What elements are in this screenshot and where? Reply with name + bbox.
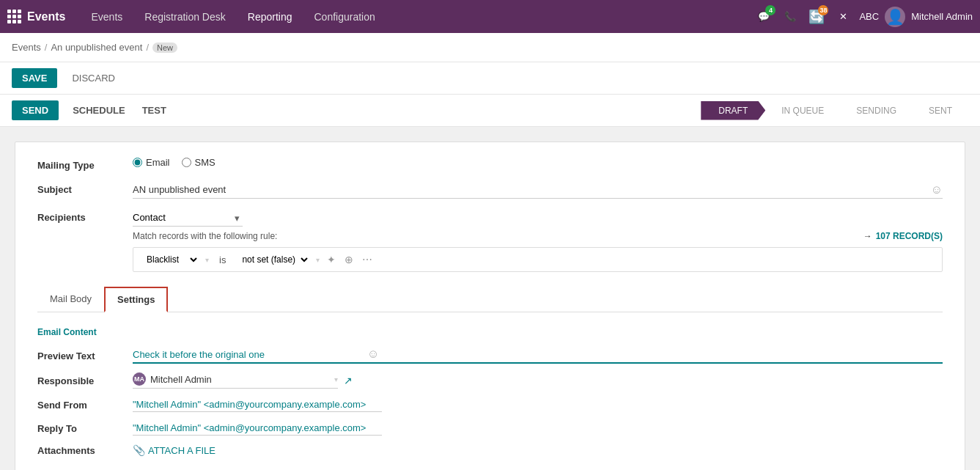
email-radio-text: Email bbox=[146, 157, 170, 168]
mailing-type-row: Mailing Type Email SMS bbox=[37, 157, 943, 171]
menu-item-registration-desk[interactable]: Registration Desk bbox=[133, 0, 237, 33]
sms-radio-text: SMS bbox=[195, 157, 215, 168]
chat-button[interactable]: 💬 4 bbox=[754, 7, 774, 27]
recipients-select-wrapper: Contact Lead/Opportunity Event Registrat… bbox=[133, 209, 243, 227]
send-button[interactable]: SEND bbox=[12, 100, 59, 120]
filter-add-button[interactable]: ⊕ bbox=[343, 254, 355, 265]
send-toolbar: SEND SCHEDULE TEST DRAFT IN QUEUE SENDIN… bbox=[0, 95, 980, 127]
match-records-text: Match records with the following rule: bbox=[133, 231, 277, 241]
attach-file-button[interactable]: 📎 ATTACH A FILE bbox=[133, 444, 215, 456]
recipients-row: Recipients Contact Lead/Opportunity Even… bbox=[37, 209, 943, 272]
send-from-row: Send From bbox=[37, 397, 943, 412]
preview-text-row: Preview Text ☺ bbox=[37, 348, 943, 364]
status-bar: DRAFT IN QUEUE SENDING SENT bbox=[701, 101, 968, 120]
user-avatar[interactable]: 👤 bbox=[885, 7, 905, 27]
breadcrumb: Events / An unpublished event / New bbox=[0, 33, 980, 62]
responsible-field[interactable]: MA Mitchell Admin ▾ bbox=[133, 372, 338, 389]
breadcrumb-middle[interactable]: An unpublished event bbox=[51, 42, 142, 53]
subject-value: ☺ bbox=[133, 181, 943, 199]
discard-button[interactable]: DISCARD bbox=[65, 68, 122, 88]
responsible-avatar: MA bbox=[133, 372, 146, 386]
sms-radio-label[interactable]: SMS bbox=[182, 157, 215, 168]
status-sending: SENDING bbox=[840, 101, 913, 120]
breadcrumb-root[interactable]: Events bbox=[12, 42, 41, 53]
email-content-title: Email Content bbox=[37, 327, 943, 337]
phone-icon: 📞 bbox=[784, 11, 796, 22]
top-navigation: Events Events Registration Desk Reportin… bbox=[0, 0, 980, 33]
filter-operator: is bbox=[215, 254, 230, 265]
attachments-row: Attachments 📎 ATTACH A FILE bbox=[37, 444, 943, 456]
attach-file-label: ATTACH A FILE bbox=[148, 445, 215, 456]
email-radio-label[interactable]: Email bbox=[133, 157, 170, 168]
mailing-type-radio-group: Email SMS bbox=[133, 157, 943, 168]
schedule-button[interactable]: SCHEDULE bbox=[70, 102, 128, 119]
attachments-value: 📎 ATTACH A FILE bbox=[133, 444, 943, 456]
responsible-field-wrapper: MA Mitchell Admin ▾ ↗ bbox=[133, 372, 943, 389]
filter-more-button[interactable]: ⋯ bbox=[361, 254, 374, 265]
filter-row: Blacklist ▾ is not set (false) ▾ ✦ ⊕ ⋯ bbox=[133, 247, 943, 272]
menu-item-reporting[interactable]: Reporting bbox=[237, 0, 303, 33]
recipients-value: Contact Lead/Opportunity Event Registrat… bbox=[133, 209, 943, 272]
send-from-input[interactable] bbox=[133, 397, 382, 412]
test-button[interactable]: TEST bbox=[139, 102, 169, 119]
reply-to-input[interactable] bbox=[133, 421, 382, 436]
chat-badge: 4 bbox=[765, 5, 775, 15]
phone-button[interactable]: 📞 bbox=[780, 7, 800, 27]
user-name: Mitchell Admin bbox=[911, 11, 973, 22]
status-sent: SENT bbox=[913, 101, 968, 120]
save-toolbar: SAVE DISCARD bbox=[0, 62, 980, 95]
main-content: Mailing Type Email SMS Subject bbox=[0, 127, 980, 470]
responsible-avatar-initials: MA bbox=[134, 375, 144, 383]
subject-row: Subject ☺ bbox=[37, 181, 943, 199]
top-nav-right: 💬 4 📞 🔄 38 ✕ ABC 👤 Mitchell Admin bbox=[754, 7, 973, 27]
responsible-name: Mitchell Admin bbox=[150, 374, 330, 385]
preview-text-input-wrapper: ☺ bbox=[133, 348, 943, 364]
sms-radio[interactable] bbox=[182, 158, 191, 167]
preview-text-value: ☺ bbox=[133, 348, 943, 364]
breadcrumb-current: New bbox=[152, 43, 177, 53]
activity-button[interactable]: 🔄 38 bbox=[806, 7, 827, 27]
mailing-type-label: Mailing Type bbox=[37, 157, 133, 171]
reply-to-value bbox=[133, 421, 943, 436]
subject-label: Subject bbox=[37, 181, 133, 195]
filter-star-button[interactable]: ✦ bbox=[325, 254, 337, 265]
subject-input-wrapper: ☺ bbox=[133, 181, 943, 199]
menu-item-events[interactable]: Events bbox=[80, 0, 133, 33]
records-arrow-icon: → bbox=[863, 231, 872, 241]
save-button[interactable]: SAVE bbox=[12, 68, 57, 88]
preview-text-input[interactable] bbox=[133, 349, 367, 360]
close-button[interactable]: ✕ bbox=[833, 7, 853, 27]
tab-settings[interactable]: Settings bbox=[104, 287, 168, 312]
activity-badge: 38 bbox=[818, 5, 828, 15]
filter-divider1: ▾ bbox=[205, 256, 209, 264]
responsible-external-link-icon[interactable]: ↗ bbox=[344, 375, 353, 386]
records-count-text: 107 RECORD(S) bbox=[876, 231, 943, 241]
user-avatar-icon: 👤 bbox=[886, 8, 905, 26]
form-card: Mailing Type Email SMS Subject bbox=[15, 142, 965, 470]
responsible-value: MA Mitchell Admin ▾ ↗ bbox=[133, 372, 943, 389]
subject-emoji-icon[interactable]: ☺ bbox=[931, 183, 943, 197]
recipients-label: Recipients bbox=[37, 209, 133, 223]
top-menu: Events Registration Desk Reporting Confi… bbox=[80, 0, 754, 33]
subject-input[interactable] bbox=[133, 181, 931, 198]
filter-field-select[interactable]: Blacklist bbox=[141, 252, 199, 267]
preview-emoji-icon[interactable]: ☺ bbox=[367, 348, 379, 361]
app-title: Events bbox=[27, 10, 65, 23]
settings-section: Email Content Preview Text ☺ Responsible bbox=[37, 327, 943, 456]
status-in-queue: IN QUEUE bbox=[765, 101, 840, 120]
records-count: → 107 RECORD(S) bbox=[863, 231, 943, 241]
recipients-select[interactable]: Contact Lead/Opportunity Event Registrat… bbox=[133, 209, 243, 227]
form-tabs: Mail Body Settings bbox=[37, 287, 943, 312]
preview-text-label: Preview Text bbox=[37, 350, 133, 361]
email-radio[interactable] bbox=[133, 158, 142, 167]
reply-to-row: Reply To bbox=[37, 421, 943, 436]
filter-value-select[interactable]: not set (false) bbox=[236, 252, 310, 267]
menu-item-configuration[interactable]: Configuration bbox=[303, 0, 386, 33]
send-from-value bbox=[133, 397, 943, 412]
app-logo[interactable]: Events bbox=[7, 10, 65, 23]
close-icon: ✕ bbox=[839, 11, 847, 22]
apps-grid-icon[interactable] bbox=[7, 10, 21, 23]
attachments-label: Attachments bbox=[37, 445, 133, 456]
status-draft: DRAFT bbox=[701, 101, 765, 120]
tab-mail-body[interactable]: Mail Body bbox=[37, 287, 104, 312]
